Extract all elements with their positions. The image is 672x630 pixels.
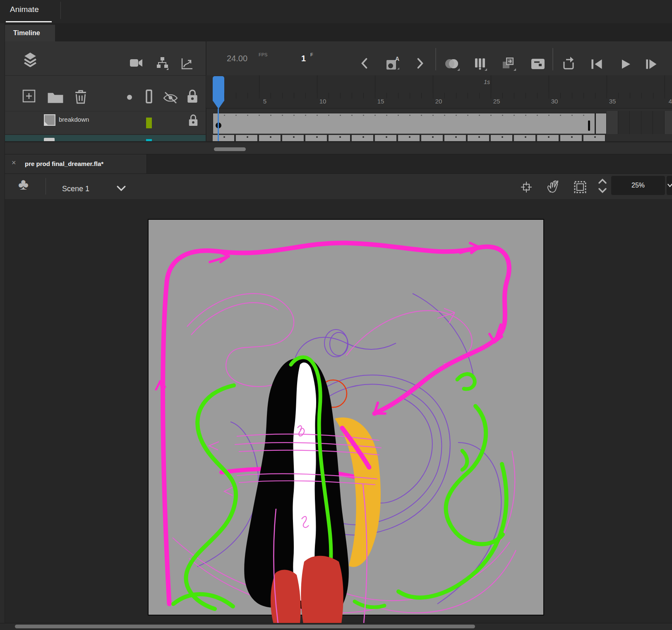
new-folder-icon[interactable] (47, 91, 64, 103)
hide-all-layers-icon[interactable] (162, 91, 179, 104)
layer2-cell-dot (525, 136, 526, 138)
highlight-layers-icon[interactable] (127, 94, 132, 100)
span-frame-dot (351, 115, 353, 116)
app-tab-active-underline (6, 21, 52, 22)
layer-parenting-icon[interactable] (156, 56, 169, 70)
close-document-icon[interactable]: × (12, 159, 16, 167)
empty-frame-cell[interactable] (607, 111, 618, 134)
span-frame-dot (571, 115, 573, 116)
keyframe-cell[interactable] (595, 113, 607, 134)
zoom-level-input[interactable]: 25% (611, 176, 665, 195)
ruler-frame-tick (398, 93, 398, 99)
tab-timeline[interactable]: Timeline (5, 25, 55, 41)
scene-dropdown-chevron-icon[interactable] (117, 185, 126, 191)
span-frame-dot (514, 115, 515, 116)
fps-unit-label: FPS (259, 52, 267, 57)
layer-row-breakdown[interactable] (5, 111, 206, 134)
seconds-marker-label: 1s (472, 79, 490, 85)
span-frame-dot (247, 115, 248, 116)
new-layer-icon[interactable] (22, 89, 36, 103)
onion-skin-icon[interactable] (444, 58, 461, 71)
chevron-down-icon (667, 183, 672, 188)
empty-frame-cell[interactable] (618, 111, 630, 134)
layer2-cell-dot (409, 136, 410, 138)
zoom-dropdown-button[interactable] (667, 176, 672, 195)
toolbar-separator (552, 48, 553, 70)
ruler-frame-tick (537, 93, 538, 99)
layer2-cell-dot (455, 136, 457, 138)
edit-multiple-frames-icon[interactable] (502, 56, 516, 71)
span-frame-dot (293, 115, 295, 116)
previous-keyframe-icon[interactable] (361, 58, 367, 69)
animate-app-window: Animate Timeline 24.00 FPS 1 F A (0, 0, 672, 630)
span-frame-dot (479, 115, 480, 116)
auto-keyframe-icon[interactable]: A (385, 55, 401, 71)
clip-content-outside-stage-icon[interactable] (574, 180, 587, 194)
empty-frame-cell[interactable] (641, 111, 653, 134)
loop-playback-icon[interactable] (561, 56, 576, 71)
app-top-bar: Animate (0, 0, 672, 23)
fps-value[interactable]: 24.00 (227, 54, 247, 63)
camera-icon[interactable] (130, 57, 143, 69)
zoom-stepper[interactable] (596, 176, 609, 195)
dock-edge-strip (0, 23, 5, 623)
ruler-frame-label: 25 (488, 98, 505, 105)
layers-stack-icon[interactable] (23, 51, 37, 67)
lock-all-layers-icon[interactable] (186, 89, 199, 103)
ruler-second-divider (433, 75, 433, 93)
ruler-frame-tick (595, 93, 595, 99)
ruler-frame-tick (641, 93, 642, 99)
scene-breadcrumb[interactable]: Scene 1 (62, 185, 89, 193)
ruler-frame-tick (352, 93, 352, 99)
layer-lock-icon[interactable] (188, 114, 199, 127)
stage-canvas[interactable] (148, 219, 544, 625)
ruler-frame-tick (468, 93, 468, 99)
layer2-cell-dot (386, 136, 387, 138)
toolbar-separator (435, 48, 436, 70)
play-icon[interactable] (620, 58, 631, 70)
app-tab-animate[interactable]: Animate (10, 5, 39, 14)
horizontal-scrollbar-thumb[interactable] (15, 625, 475, 628)
span-frame-dot (548, 115, 550, 116)
span-frame-dot (340, 115, 341, 116)
rotate-canvas-hand-icon[interactable] (545, 179, 561, 195)
panel-tab-strip (0, 23, 672, 41)
center-stage-icon[interactable] (520, 180, 533, 194)
span-frame-dot (259, 115, 260, 116)
layer-color-swatch[interactable] (146, 118, 152, 128)
current-frame-value[interactable]: 1 (301, 54, 306, 63)
symbol-clubs-icon[interactable]: ♣ (18, 176, 29, 193)
ruler-frame-label: 15 (372, 98, 389, 105)
layer-name-label[interactable]: breakdown (59, 116, 89, 123)
layer-row-selected[interactable] (5, 135, 206, 141)
timeline-hscroll-thumb[interactable] (214, 147, 246, 151)
empty-frame-cell[interactable] (665, 111, 672, 134)
empty-frame-cell[interactable] (653, 111, 665, 134)
next-keyframe-icon[interactable] (417, 58, 424, 69)
outline-all-layers-icon[interactable] (145, 89, 153, 103)
ruler-frame-tick (479, 93, 480, 99)
frame-span-breakdown[interactable] (213, 113, 595, 134)
graph-editor-icon[interactable] (180, 57, 194, 70)
timeline-scroll-strip (0, 142, 672, 154)
step-back-icon[interactable] (590, 58, 603, 70)
empty-frame-cell[interactable] (630, 111, 641, 134)
ruler-second-divider (491, 75, 491, 93)
timeline-ruler-seconds[interactable] (206, 75, 672, 93)
ruler-frame-tick (572, 93, 572, 99)
frame-display-options-icon[interactable] (530, 58, 545, 70)
ruler-divider (206, 108, 672, 108)
playhead-handle[interactable] (213, 76, 224, 101)
span-frame-dot (386, 115, 387, 116)
playhead-tip (213, 101, 224, 109)
span-frame-dot (490, 115, 492, 116)
layer2-cell-dot (293, 136, 295, 138)
ruler-frame-label: 20 (430, 98, 447, 105)
layer2-cell-dot (247, 136, 248, 138)
edit-bar (0, 173, 672, 199)
step-forward-icon[interactable] (645, 58, 658, 70)
layer2-cell-dot (571, 136, 573, 138)
ruler-frame-tick (630, 93, 630, 99)
onion-skin-outlines-icon[interactable] (473, 57, 487, 71)
delete-layer-icon[interactable] (74, 89, 87, 104)
